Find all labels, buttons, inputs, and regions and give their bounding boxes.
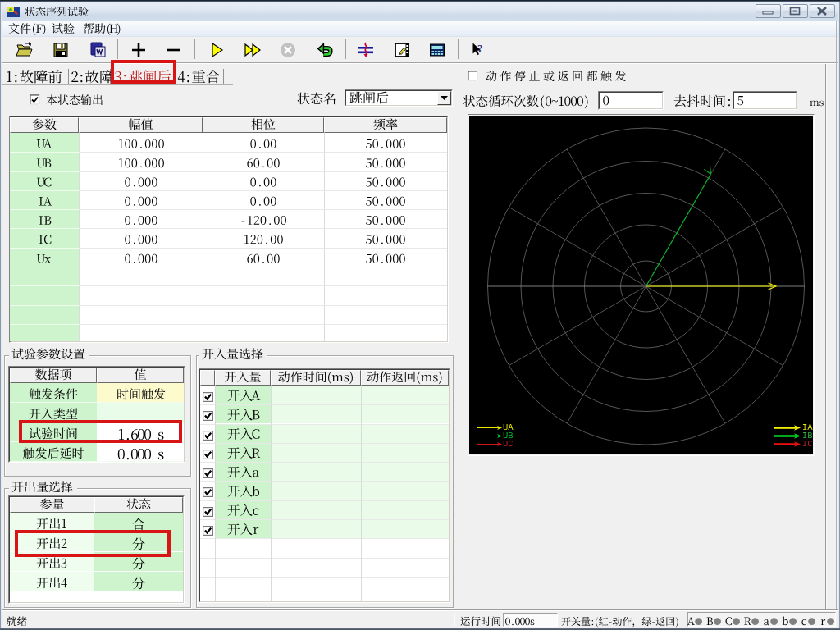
svg-text:?: ? [477, 42, 483, 54]
